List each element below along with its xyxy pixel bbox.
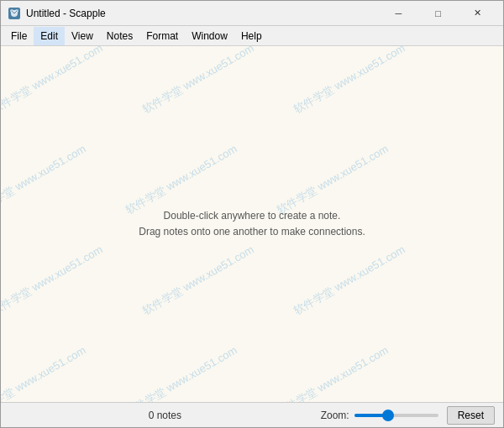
zoom-control: Zoom: [321, 410, 438, 421]
window-title: Untitled - Scapple [26, 8, 380, 19]
close-button[interactable]: ✕ [459, 1, 496, 26]
statusbar: 0 notes Zoom: Reset [1, 402, 503, 427]
notes-count: 0 notes [9, 410, 321, 421]
menubar: File Edit View Notes Format Window Help [1, 26, 503, 46]
menu-format[interactable]: Format [139, 27, 185, 45]
watermark-3: 软件学堂 www.xue51.com [291, 46, 408, 117]
watermark-6: 软件学堂 www.xue51.com [275, 142, 391, 218]
instruction-line-2: Drag notes onto one another to make conn… [139, 224, 365, 240]
watermark-7: 软件学堂 www.xue51.com [1, 243, 106, 319]
menu-file[interactable]: File [4, 27, 34, 45]
zoom-label: Zoom: [321, 410, 349, 421]
zoom-slider[interactable] [354, 414, 438, 417]
menu-edit[interactable]: Edit [34, 27, 65, 45]
watermark-10: 软件学堂 www.xue51.com [1, 343, 89, 402]
maximize-button[interactable]: □ [419, 1, 457, 26]
watermark-4: 软件学堂 www.xue51.com [1, 142, 89, 218]
watermark-8: 软件学堂 www.xue51.com [140, 243, 257, 319]
watermark-11: 软件学堂 www.xue51.com [123, 343, 240, 402]
watermark-1: 软件学堂 www.xue51.com [1, 46, 106, 117]
menu-view[interactable]: View [65, 27, 100, 45]
menu-window[interactable]: Window [185, 27, 234, 45]
titlebar: Untitled - Scapple ─ □ ✕ [1, 1, 503, 26]
watermark-9: 软件学堂 www.xue51.com [291, 243, 408, 319]
minimize-button[interactable]: ─ [380, 1, 417, 26]
zoom-slider-thumb[interactable] [382, 410, 394, 421]
menu-notes[interactable]: Notes [100, 27, 139, 45]
watermark-5: 软件学堂 www.xue51.com [123, 142, 240, 218]
app-window: Untitled - Scapple ─ □ ✕ File Edit View … [0, 0, 504, 428]
menu-help[interactable]: Help [234, 27, 269, 45]
watermark-2: 软件学堂 www.xue51.com [140, 46, 257, 117]
window-controls: ─ □ ✕ [380, 1, 496, 26]
watermark-12: 软件学堂 www.xue51.com [275, 343, 391, 402]
canvas-area[interactable]: 软件学堂 www.xue51.com 软件学堂 www.xue51.com 软件… [1, 46, 503, 402]
instruction-line-1: Double-click anywhere to create a note. [139, 208, 365, 224]
app-icon [8, 7, 21, 20]
reset-button[interactable]: Reset [447, 406, 495, 425]
canvas-instructions: Double-click anywhere to create a note. … [139, 208, 365, 240]
